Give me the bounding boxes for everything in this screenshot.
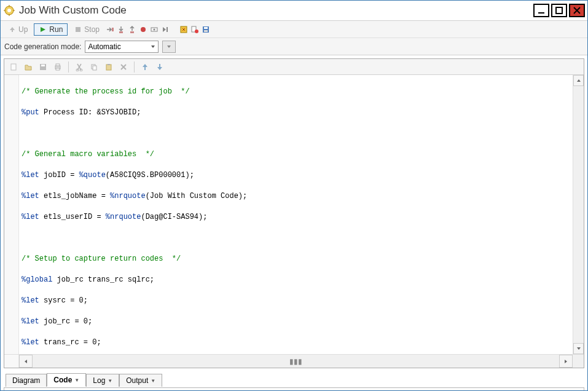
svg-rect-21: [204, 27, 208, 29]
new-file-icon[interactable]: [8, 61, 19, 73]
svg-rect-13: [130, 31, 134, 33]
step-over-icon[interactable]: [106, 25, 114, 34]
print-icon[interactable]: [52, 61, 63, 73]
copy-icon[interactable]: [88, 61, 100, 73]
code-comment: /* Generate the process id for job */: [22, 87, 190, 96]
chevron-down-icon[interactable]: ▼: [74, 377, 79, 383]
main-toolbar: Up Run Stop: [1, 21, 587, 38]
chevron-down-icon: [151, 44, 155, 49]
delete-icon[interactable]: [118, 61, 129, 73]
tab-log[interactable]: Log▼: [86, 374, 119, 387]
tab-code[interactable]: Code▼: [47, 373, 86, 387]
cut-icon[interactable]: [74, 61, 85, 73]
continue-icon[interactable]: [161, 25, 170, 34]
chevron-down-icon[interactable]: ▼: [151, 378, 155, 384]
scroll-down-button[interactable]: [573, 343, 584, 354]
scroll-up-button[interactable]: [573, 75, 584, 86]
breakpoint-icon[interactable]: [139, 25, 147, 34]
scroll-right-button[interactable]: [559, 355, 573, 368]
svg-rect-25: [41, 65, 45, 66]
svg-rect-12: [119, 31, 123, 33]
tool-icon-2[interactable]: [190, 25, 199, 34]
hscroll-track[interactable]: ▮▮▮: [33, 355, 559, 368]
code-editor-panel: /* Generate the process id for job */ %p…: [4, 58, 584, 368]
save-file-icon[interactable]: [37, 61, 49, 73]
run-icon: [39, 25, 47, 34]
codegen-label: Code generation mode:: [4, 42, 81, 51]
vertical-scrollbar[interactable]: [573, 75, 584, 354]
scroll-track[interactable]: [573, 86, 584, 343]
svg-rect-27: [56, 64, 60, 66]
horizontal-scrollbar[interactable]: ▮▮▮: [4, 354, 584, 368]
svg-rect-22: [204, 30, 208, 32]
codegen-extra-button[interactable]: [162, 41, 176, 53]
up-label: Up: [18, 25, 28, 34]
scroll-left-button[interactable]: [19, 355, 33, 368]
svg-rect-7: [556, 7, 562, 14]
svg-point-19: [195, 30, 198, 33]
paste-icon[interactable]: [103, 61, 114, 73]
bottom-tabs: Diagram Code▼ Log▼ Output▼: [1, 371, 587, 386]
titlebar: Job With Custom Code: [1, 1, 587, 21]
stop-button[interactable]: Stop: [70, 24, 103, 35]
arrow-up-blue-icon[interactable]: [139, 61, 151, 73]
svg-rect-33: [106, 65, 111, 70]
svg-rect-6: [538, 12, 544, 14]
open-file-icon[interactable]: [23, 61, 34, 73]
step-out-icon[interactable]: [128, 25, 136, 34]
tab-output[interactable]: Output▼: [119, 374, 162, 387]
close-button[interactable]: [569, 4, 585, 17]
stop-label: Stop: [84, 25, 100, 34]
chevron-down-icon[interactable]: ▼: [108, 378, 112, 384]
tab-diagram[interactable]: Diagram: [6, 374, 47, 387]
gutter: [4, 75, 19, 354]
editor-toolbar: [4, 59, 584, 75]
svg-point-14: [141, 27, 146, 32]
up-button[interactable]: Up: [4, 24, 31, 35]
svg-rect-23: [11, 64, 16, 70]
minimize-button[interactable]: [533, 4, 549, 17]
app-icon: [3, 4, 15, 17]
window-title: Job With Custom Code: [19, 4, 533, 17]
watch-icon[interactable]: [150, 25, 159, 34]
codegen-toolbar: Code generation mode: Automatic: [1, 38, 587, 55]
save-icon[interactable]: [202, 25, 210, 34]
step-into-icon[interactable]: [117, 25, 125, 34]
svg-rect-34: [108, 64, 110, 65]
up-icon: [8, 25, 17, 34]
svg-point-16: [154, 28, 155, 30]
stop-icon: [74, 25, 82, 34]
svg-rect-11: [112, 28, 114, 31]
svg-rect-28: [56, 68, 60, 70]
arrow-down-blue-icon[interactable]: [154, 61, 165, 73]
codegen-mode-dropdown[interactable]: Automatic: [85, 41, 159, 53]
maximize-button[interactable]: [551, 4, 567, 17]
svg-rect-10: [76, 27, 80, 32]
run-label: Run: [49, 25, 63, 34]
statusbar: [4, 387, 584, 391]
run-button[interactable]: Run: [34, 23, 68, 36]
codegen-mode-value: Automatic: [88, 42, 120, 51]
svg-rect-32: [93, 66, 96, 70]
hscroll-grip-icon: ▮▮▮: [289, 357, 302, 366]
tool-icon-1[interactable]: [179, 25, 188, 34]
editor-body: /* Generate the process id for job */ %p…: [4, 75, 584, 354]
svg-point-1: [7, 9, 11, 12]
code-area[interactable]: /* Generate the process id for job */ %p…: [19, 75, 573, 354]
